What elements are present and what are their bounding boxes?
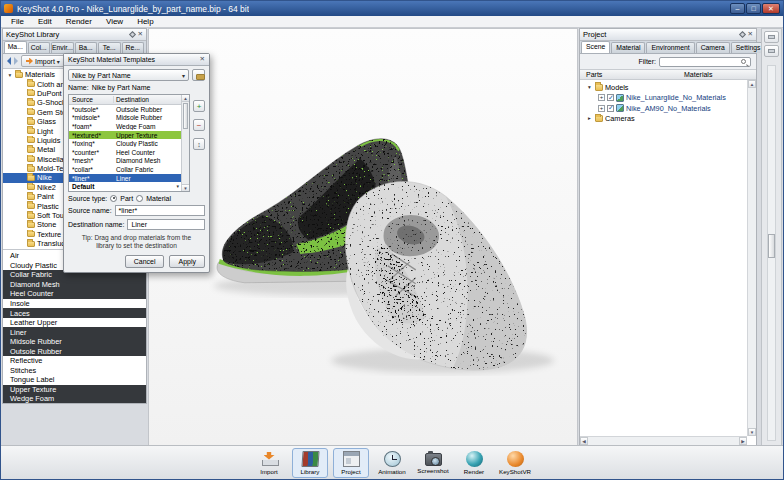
apply-button[interactable]: Apply	[169, 255, 205, 268]
scroll-right-icon[interactable]	[739, 437, 747, 445]
material-list-item[interactable]: Wedge Foam	[3, 394, 146, 403]
radio-material-label[interactable]: Material	[146, 195, 171, 202]
scene-tree-row[interactable]: ▸ Cameras	[582, 114, 746, 125]
pin-icon[interactable]	[739, 31, 746, 38]
material-list-item[interactable]: Reflective	[3, 356, 146, 366]
mapping-table-scrollbar[interactable]	[181, 95, 189, 191]
toolbar-import-button[interactable]: Import	[251, 448, 287, 478]
minimize-button[interactable]: –	[730, 3, 745, 14]
library-tab[interactable]: Ma...	[4, 41, 27, 53]
menu-item[interactable]: Help	[130, 16, 160, 28]
material-list-item[interactable]: Upper Texture	[3, 385, 146, 395]
close-panel-icon[interactable]	[138, 31, 143, 38]
scene-tree-row[interactable]: ▾ Models	[582, 82, 746, 93]
radio-material[interactable]	[136, 195, 143, 202]
library-import-button[interactable]: Import	[21, 55, 65, 67]
scene-tree-vscrollbar[interactable]	[747, 80, 756, 436]
menu-item[interactable]: Render	[59, 16, 99, 28]
radio-part[interactable]	[110, 195, 117, 202]
parts-column-header[interactable]: Parts	[580, 71, 684, 78]
dialog-title-bar[interactable]: KeyShot Material Templates	[64, 54, 209, 66]
toolbar-render-button[interactable]: Render	[456, 448, 492, 478]
remove-mapping-button[interactable]	[193, 119, 205, 131]
title-bar[interactable]: KeyShot 4.0 Pro - Nike_Lunarglide_by_par…	[1, 1, 783, 16]
expander-icon[interactable]: ▾	[586, 84, 593, 91]
mapping-row[interactable]: *midsole* Midsole Rubber	[69, 114, 181, 123]
dock-panel-icon[interactable]	[764, 31, 779, 43]
scroll-up-icon[interactable]	[748, 80, 756, 88]
mapping-row[interactable]: *foxing* Cloudy Plastic	[69, 139, 181, 148]
move-mapping-button[interactable]	[193, 138, 205, 150]
scroll-left-icon[interactable]	[580, 437, 588, 445]
scene-tree-hscrollbar[interactable]	[580, 436, 747, 445]
scene-tree-row[interactable]: + Nike_AM90_No_Materials	[582, 103, 746, 114]
project-tab[interactable]: Scene	[581, 41, 610, 53]
material-list-item[interactable]: Liner	[3, 327, 146, 337]
project-tab[interactable]: Camera	[696, 42, 730, 53]
visibility-checkbox[interactable]	[607, 105, 614, 112]
dock-layout-icon[interactable]	[764, 45, 779, 57]
cancel-button[interactable]: Cancel	[125, 255, 165, 268]
mapping-row[interactable]: Default	[69, 182, 181, 191]
toolbar-library-button[interactable]: Library	[292, 448, 328, 478]
toolbar-keyshotvr-button[interactable]: KeyShotVR	[497, 448, 533, 478]
viewport-3d[interactable]	[148, 28, 578, 446]
mapping-row[interactable]: *outsole* Outsole Rubber	[69, 105, 181, 114]
project-tab[interactable]: Environment	[646, 42, 694, 53]
menu-item[interactable]: Edit	[31, 16, 59, 28]
materials-column-header[interactable]: Materials	[684, 71, 756, 78]
menu-item[interactable]: File	[4, 16, 31, 28]
source-column-header[interactable]: Source	[69, 96, 114, 103]
destination-name-input[interactable]: Liner	[127, 219, 205, 230]
template-name-value[interactable]: Nike by Part Name	[92, 84, 151, 91]
toolbar-project-button[interactable]: Project	[333, 448, 369, 478]
filter-input[interactable]	[659, 57, 751, 67]
radio-part-label[interactable]: Part	[120, 195, 133, 202]
material-list-item[interactable]: Outsole Rubber	[3, 346, 146, 356]
expander-icon[interactable]: ▸	[586, 115, 593, 122]
right-scrollbar[interactable]	[767, 65, 776, 441]
material-templates-dialog[interactable]: KeyShot Material Templates Nike by Part …	[63, 53, 210, 273]
pin-icon[interactable]	[129, 31, 136, 38]
mapping-row[interactable]: *foam* Wedge Foam	[69, 122, 181, 131]
library-tab[interactable]: Te...	[98, 42, 121, 53]
toolbar-screenshot-button[interactable]: Screenshot	[415, 448, 451, 477]
template-browse-button[interactable]	[192, 69, 205, 81]
material-list-item[interactable]: Tongue Label	[3, 375, 146, 385]
template-select[interactable]: Nike by Part Name	[68, 69, 189, 81]
scrollbar-thumb[interactable]	[768, 234, 775, 258]
expander-icon[interactable]: +	[598, 105, 605, 112]
forward-icon[interactable]	[14, 57, 18, 65]
material-list-item[interactable]: Diamond Mesh	[3, 280, 146, 290]
project-panel-header[interactable]: Project	[580, 29, 756, 41]
menu-item[interactable]: View	[99, 16, 130, 28]
mapping-row[interactable]: *counter* Heel Counter	[69, 148, 181, 157]
material-list-item[interactable]: Heel Counter	[3, 289, 146, 299]
scrollbar-thumb[interactable]	[183, 103, 188, 129]
expander-icon[interactable]: +	[598, 94, 605, 101]
expander-icon[interactable]: ▾	[7, 72, 13, 78]
mapping-row[interactable]: *collar* Collar Fabric	[69, 165, 181, 174]
destination-column-header[interactable]: Destination	[114, 96, 181, 103]
mapping-row[interactable]: *liner* Liner	[69, 174, 181, 183]
visibility-checkbox[interactable]	[607, 94, 614, 101]
scroll-down-icon[interactable]	[182, 184, 189, 191]
material-list-item[interactable]: Laces	[3, 308, 146, 318]
toolbar-animation-button[interactable]: Animation	[374, 448, 410, 478]
mapping-row[interactable]: *textured* Upper Texture	[69, 131, 181, 140]
close-button[interactable]: ✕	[762, 3, 780, 14]
dialog-close-icon[interactable]	[200, 56, 205, 63]
material-list-item[interactable]: Stitches	[3, 366, 146, 376]
project-tab[interactable]: Material	[611, 42, 645, 53]
scene-tree-columns[interactable]: Parts Materials	[580, 69, 756, 80]
library-tab[interactable]: Envir...	[51, 42, 74, 53]
library-tab[interactable]: Col...	[28, 42, 51, 53]
maximize-button[interactable]: □	[746, 3, 761, 14]
mapping-row[interactable]: *mesh* Diamond Mesh	[69, 157, 181, 166]
library-panel-header[interactable]: KeyShot Library	[3, 29, 146, 41]
mapping-table-header[interactable]: Source Destination	[69, 95, 181, 105]
library-tab[interactable]: Ba...	[75, 42, 98, 53]
source-name-input[interactable]: *liner*	[115, 205, 205, 216]
back-icon[interactable]	[7, 57, 11, 65]
library-tab[interactable]: Re...	[122, 42, 145, 53]
